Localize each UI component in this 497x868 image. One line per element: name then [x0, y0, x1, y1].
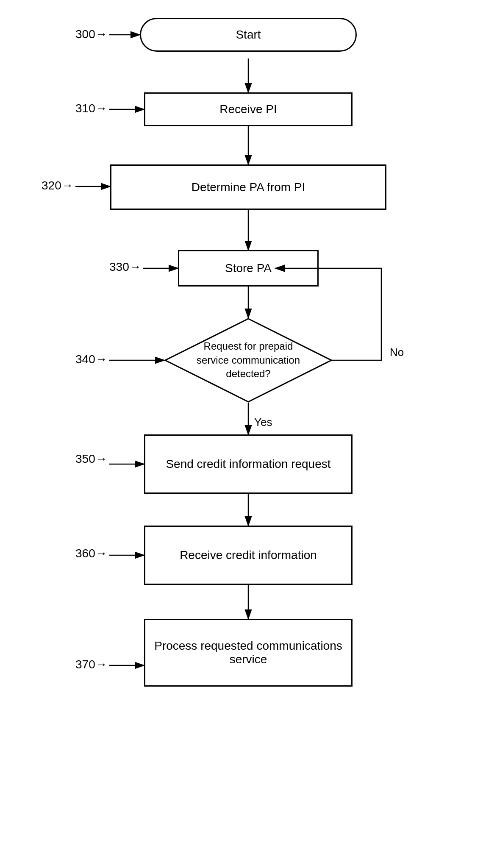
step-label-330: 330: [109, 260, 129, 274]
store-pa-node: Store PA: [178, 250, 319, 287]
step-arrow-320: →: [61, 179, 73, 192]
flowchart-container: Yes No 300 → Start 310 → Receive PI 320 …: [0, 0, 497, 868]
process-service-node: Process requested communications service: [144, 619, 353, 687]
receive-credit-node: Receive credit information: [144, 526, 353, 585]
step-arrow-300: →: [95, 28, 107, 41]
step-label-320: 320: [42, 179, 61, 192]
start-node: Start: [140, 18, 357, 52]
step-label-300: 300: [75, 28, 95, 41]
arrows-svg: Yes No: [0, 0, 497, 868]
decision-diamond-wrapper: Request for prepaid service communicatio…: [164, 318, 332, 403]
step-arrow-360: →: [95, 547, 107, 560]
step-arrow-340: →: [95, 353, 107, 366]
step-arrow-370: →: [95, 658, 107, 671]
step-label-370: 370: [75, 658, 95, 671]
step-arrow-350: →: [95, 452, 107, 466]
step-label-360: 360: [75, 547, 95, 560]
diamond-svg: Request for prepaid service communicatio…: [164, 318, 332, 403]
step-arrow-330: →: [129, 260, 141, 274]
no-label: No: [390, 346, 404, 359]
send-credit-node: Send credit information request: [144, 434, 353, 494]
determine-pa-node: Determine PA from PI: [110, 164, 386, 210]
step-arrow-310: →: [95, 102, 107, 115]
yes-label: Yes: [254, 416, 272, 428]
receive-pi-node: Receive PI: [144, 92, 353, 126]
step-label-310: 310: [75, 102, 95, 115]
step-label-350: 350: [75, 452, 95, 466]
step-label-340: 340: [75, 353, 95, 366]
